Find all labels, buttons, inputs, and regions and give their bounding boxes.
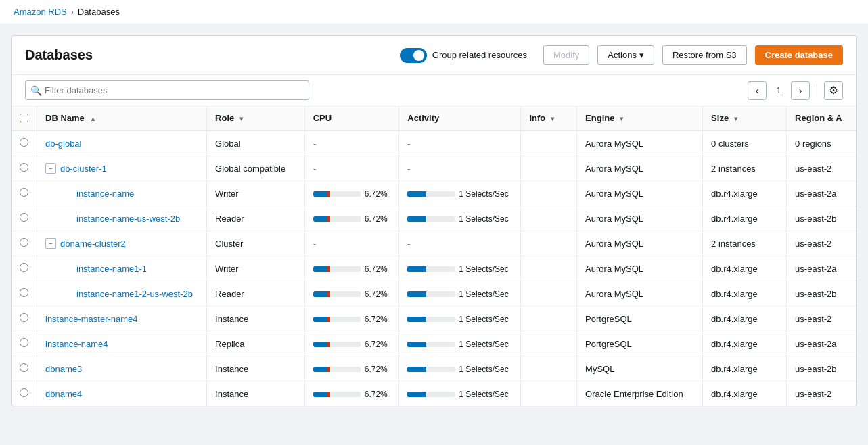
cpu-bar: 6.72% <box>313 214 388 224</box>
row-region-cell: us-east-2b <box>787 356 856 381</box>
db-name-link[interactable]: db-cluster-1 <box>60 164 107 174</box>
row-region-cell: us-east-2 <box>787 156 856 181</box>
row-radio[interactable] <box>20 238 28 247</box>
th-engine-sort-icon[interactable]: ▾ <box>620 115 623 122</box>
table-row: instance-name-us-west-2bReader 6.72% 1 S… <box>12 206 856 231</box>
th-dbname-sort-icon[interactable]: ▲ <box>89 115 96 122</box>
th-info-label: Info <box>529 113 545 123</box>
expand-icon[interactable]: − <box>45 163 56 174</box>
th-info: Info ▾ <box>521 106 577 131</box>
row-dbname-cell: instance-name1-2-us-west-2b <box>37 281 207 306</box>
row-radio[interactable] <box>20 388 28 397</box>
settings-button[interactable]: ⚙ <box>824 81 843 100</box>
row-activity-cell: 1 Selects/Sec <box>399 356 521 381</box>
db-name-link[interactable]: instance-master-name4 <box>45 314 138 324</box>
db-name-link[interactable]: instance-name <box>76 189 134 199</box>
db-name-link[interactable]: db-global <box>45 139 82 149</box>
row-role-cell: Global compatible <box>207 156 305 181</box>
table-row: db-globalGlobal--Aurora MySQL0 clusters0… <box>12 131 856 156</box>
breadcrumb-separator: › <box>71 7 74 17</box>
breadcrumb-current: Databases <box>78 7 120 17</box>
th-size-sort-icon[interactable]: ▾ <box>734 115 737 122</box>
actions-label: Actions <box>608 50 637 60</box>
restore-button[interactable]: Restore from S3 <box>662 45 747 65</box>
row-engine-cell: MySQL <box>577 356 703 381</box>
databases-panel: Databases Group related resources Modify… <box>11 35 857 406</box>
row-radio[interactable] <box>20 213 28 222</box>
activity-bar-container <box>407 317 455 322</box>
group-resources-toggle[interactable] <box>400 48 427 63</box>
table-row: instance-master-name4Instance 6.72% 1 Se… <box>12 306 856 331</box>
activity-bar-container <box>407 266 455 272</box>
db-name-link[interactable]: dbname3 <box>45 364 82 374</box>
row-radio[interactable] <box>20 263 28 272</box>
row-size-cell: db.r4.xlarge <box>703 306 787 331</box>
row-activity-cell: 1 Selects/Sec <box>399 281 521 306</box>
th-info-sort-icon[interactable]: ▾ <box>551 115 554 122</box>
th-role-label: Role <box>215 113 234 123</box>
activity-dash: - <box>407 164 410 174</box>
table-row: instance-name4Replica 6.72% 1 Selects/Se… <box>12 331 856 356</box>
cpu-bar-container <box>313 317 361 322</box>
activity-bar-container <box>407 191 455 197</box>
breadcrumb-parent[interactable]: Amazon RDS <box>14 7 67 17</box>
cpu-bar: 6.72% <box>313 365 388 374</box>
th-size: Size ▾ <box>703 106 787 131</box>
row-region-cell: 0 regions <box>787 131 856 156</box>
row-cpu-cell: 6.72% <box>304 331 399 356</box>
th-engine-label: Engine <box>585 113 614 123</box>
row-dbname-cell: instance-name4 <box>37 331 207 356</box>
activity-bar: 1 Selects/Sec <box>407 289 508 299</box>
row-size-cell: 0 clusters <box>703 131 787 156</box>
row-region-cell: us-east-2 <box>787 381 856 406</box>
th-cpu-label: CPU <box>313 113 332 123</box>
prev-page-button[interactable]: ‹ <box>748 81 767 100</box>
row-info-cell <box>521 231 577 256</box>
activity-bar: 1 Selects/Sec <box>407 214 508 224</box>
row-dbname-cell: instance-master-name4 <box>37 306 207 331</box>
row-radio[interactable] <box>20 288 28 297</box>
row-cpu-cell: - <box>304 156 399 181</box>
actions-chevron-icon: ▾ <box>639 50 644 60</box>
cpu-bar: 6.72% <box>313 264 388 274</box>
actions-button[interactable]: Actions ▾ <box>597 45 654 65</box>
row-cpu-cell: 6.72% <box>304 256 399 281</box>
db-name-link[interactable]: instance-name4 <box>45 339 108 349</box>
row-engine-cell: Aurora MySQL <box>577 181 703 206</box>
db-name-link[interactable]: dbname4 <box>45 389 82 399</box>
db-name-link[interactable]: instance-name-us-west-2b <box>76 214 180 224</box>
db-name-link[interactable]: dbname-cluster2 <box>60 239 126 249</box>
db-name-link[interactable]: instance-name1-1 <box>76 264 147 274</box>
row-select-cell <box>12 181 37 206</box>
row-role-cell: Cluster <box>207 231 305 256</box>
next-page-button[interactable]: › <box>791 81 810 100</box>
modify-button[interactable]: Modify <box>543 45 589 65</box>
row-role-cell: Instance <box>207 356 305 381</box>
create-database-button[interactable]: Create database <box>755 45 843 65</box>
table-row: instance-name1-2-us-west-2bReader 6.72% … <box>12 281 856 306</box>
select-all-checkbox[interactable] <box>20 114 28 122</box>
row-size-cell: db.r4.xlarge <box>703 206 787 231</box>
row-dbname-cell: −db-cluster-1 <box>37 156 207 181</box>
db-name-link[interactable]: instance-name1-2-us-west-2b <box>76 289 193 299</box>
row-cpu-cell: 6.72% <box>304 281 399 306</box>
search-input[interactable] <box>25 80 309 100</box>
th-role-sort-icon[interactable]: ▾ <box>239 115 243 122</box>
th-engine: Engine ▾ <box>577 106 703 131</box>
row-radio[interactable] <box>20 363 28 372</box>
row-dbname-cell: instance-name <box>37 181 207 206</box>
activity-value: 1 Selects/Sec <box>459 214 508 224</box>
row-radio[interactable] <box>20 188 28 197</box>
row-radio[interactable] <box>20 163 28 172</box>
table-row: instance-nameWriter 6.72% 1 Selects/Sec … <box>12 181 856 206</box>
cpu-bar: 6.72% <box>313 189 388 199</box>
row-radio[interactable] <box>20 313 28 322</box>
expand-icon[interactable]: − <box>45 238 56 249</box>
row-engine-cell: Oracle Enterprise Edition <box>577 381 703 406</box>
activity-bar: 1 Selects/Sec <box>407 390 508 399</box>
row-radio[interactable] <box>20 338 28 347</box>
row-info-cell <box>521 181 577 206</box>
row-radio[interactable] <box>20 138 28 147</box>
row-size-cell: db.r4.xlarge <box>703 331 787 356</box>
breadcrumb: Amazon RDS › Databases <box>0 0 868 24</box>
